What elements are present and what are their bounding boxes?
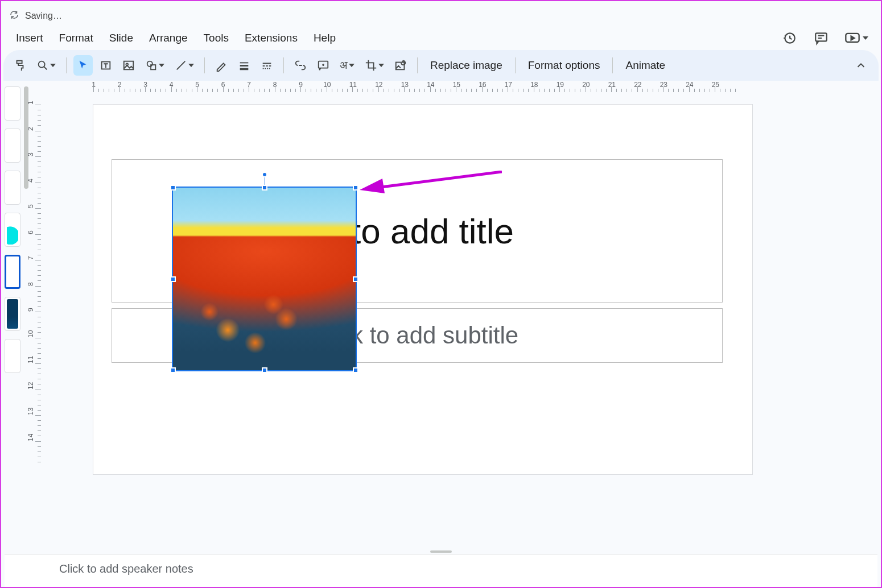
svg-rect-5 xyxy=(124,61,134,70)
annotation-arrow xyxy=(360,171,502,193)
menu-insert[interactable]: Insert xyxy=(9,27,50,49)
ruler-h-label: 18 xyxy=(530,81,538,89)
svg-rect-10 xyxy=(240,65,249,67)
chevron-down-icon xyxy=(50,64,56,67)
ruler-h-label: 14 xyxy=(427,81,434,89)
slide-thumbnail[interactable] xyxy=(5,213,20,247)
svg-rect-11 xyxy=(240,68,249,71)
animate-button[interactable]: Animate xyxy=(620,56,671,75)
svg-marker-23 xyxy=(360,179,385,193)
svg-rect-12 xyxy=(263,63,271,64)
shape-tool[interactable] xyxy=(142,55,168,76)
svg-rect-18 xyxy=(267,68,268,69)
menu-tools[interactable]: Tools xyxy=(197,27,236,49)
thumbnails-scrollbar[interactable] xyxy=(23,81,30,550)
ruler-v-label: 6 xyxy=(27,230,35,234)
menu-format[interactable]: Format xyxy=(52,27,100,49)
separator xyxy=(417,57,418,73)
svg-rect-1 xyxy=(815,33,827,41)
ruler-v-label: 1 xyxy=(27,101,35,105)
svg-rect-21 xyxy=(396,63,405,70)
resize-handle-ne[interactable] xyxy=(353,185,358,191)
crop-icon[interactable] xyxy=(361,55,388,76)
vertical-ruler: 1234567891011121314 xyxy=(30,97,46,550)
ruler-h-label: 19 xyxy=(557,81,564,89)
svg-rect-17 xyxy=(265,68,266,69)
chevron-down-icon xyxy=(188,64,194,67)
replace-image-button[interactable]: Replace image xyxy=(424,56,508,75)
zoom-button[interactable] xyxy=(33,55,59,76)
ruler-h-label: 17 xyxy=(505,81,512,89)
slide-canvas[interactable]: to add title k to add subtitle xyxy=(46,97,874,550)
comments-icon[interactable] xyxy=(813,30,830,47)
slide[interactable]: to add title k to add subtitle xyxy=(93,105,752,474)
line-tool[interactable] xyxy=(171,55,197,76)
resize-handle-nw[interactable] xyxy=(170,185,176,191)
slide-thumbnail[interactable] xyxy=(5,339,20,373)
resize-handle-n[interactable] xyxy=(262,185,267,191)
svg-rect-14 xyxy=(266,65,268,67)
separator xyxy=(515,57,516,73)
ruler-h-label: 21 xyxy=(608,81,616,89)
selected-image[interactable] xyxy=(172,187,357,371)
ruler-v-label: 7 xyxy=(27,256,35,260)
menu-help[interactable]: Help xyxy=(307,27,343,49)
svg-rect-15 xyxy=(269,65,271,67)
ruler-v-label: 9 xyxy=(27,308,35,312)
resize-handle-sw[interactable] xyxy=(170,367,176,373)
slide-thumbnail-selected[interactable] xyxy=(5,255,20,289)
speaker-notes[interactable]: Click to add speaker notes xyxy=(5,554,877,587)
svg-point-7 xyxy=(147,61,153,67)
border-weight-icon[interactable] xyxy=(234,55,254,76)
ruler-v-label: 14 xyxy=(27,433,35,441)
translate-icon[interactable]: अ xyxy=(336,55,358,76)
separator xyxy=(66,57,67,73)
sync-icon xyxy=(9,10,19,22)
collapse-toolbar-icon[interactable] xyxy=(851,55,871,76)
subtitle-placeholder-text: k to add subtitle xyxy=(351,322,518,349)
rotation-handle[interactable] xyxy=(262,172,267,177)
paint-format-icon[interactable] xyxy=(10,55,30,76)
link-icon[interactable] xyxy=(291,55,310,76)
ruler-v-label: 4 xyxy=(27,179,35,183)
slide-thumbnail[interactable] xyxy=(5,86,20,121)
chevron-down-icon xyxy=(159,64,164,67)
menu-bar: Insert Format Slide Arrange Tools Extens… xyxy=(1,26,881,50)
resize-handle-w[interactable] xyxy=(170,276,176,282)
ruler-h-label: 23 xyxy=(660,81,667,89)
slide-thumbnail[interactable] xyxy=(5,171,20,205)
image-tool[interactable] xyxy=(119,55,138,76)
menu-extensions[interactable]: Extensions xyxy=(238,27,304,49)
ruler-v-label: 3 xyxy=(27,152,35,156)
resize-handle-se[interactable] xyxy=(353,367,358,373)
workspace: 1234567891011121314151617181920212223242… xyxy=(1,81,881,550)
select-tool[interactable] xyxy=(73,55,93,76)
ruler-v-label: 8 xyxy=(27,282,35,286)
menu-slide[interactable]: Slide xyxy=(102,27,140,49)
ruler-h-label: 22 xyxy=(634,81,641,89)
comment-icon[interactable] xyxy=(314,55,333,76)
svg-rect-9 xyxy=(240,63,249,64)
ruler-h-label: 11 xyxy=(349,81,357,89)
version-history-icon[interactable] xyxy=(781,30,798,47)
border-color-icon[interactable] xyxy=(212,55,231,76)
textbox-tool[interactable] xyxy=(96,55,116,76)
resize-handle-s[interactable] xyxy=(262,367,267,373)
ruler-h-label: 16 xyxy=(479,81,486,89)
format-options-button[interactable]: Format options xyxy=(522,56,606,75)
ruler-h-label: 25 xyxy=(712,81,719,89)
toolbar: अ Replace image Format options Animate xyxy=(3,50,879,81)
ruler-h-label: 12 xyxy=(375,81,382,89)
ruler-h-label: 13 xyxy=(401,81,409,89)
reset-image-icon[interactable] xyxy=(391,55,410,76)
resize-handle-e[interactable] xyxy=(353,276,358,282)
speaker-notes-placeholder: Click to add speaker notes xyxy=(59,562,193,575)
save-status: Saving… xyxy=(25,11,62,21)
svg-point-3 xyxy=(39,61,45,68)
present-button[interactable] xyxy=(844,30,868,46)
slide-thumbnail[interactable] xyxy=(5,129,20,163)
title-bar: Saving… xyxy=(1,1,881,26)
menu-arrange[interactable]: Arrange xyxy=(142,27,195,49)
slide-thumbnail[interactable] xyxy=(5,297,20,331)
border-dash-icon[interactable] xyxy=(257,55,277,76)
